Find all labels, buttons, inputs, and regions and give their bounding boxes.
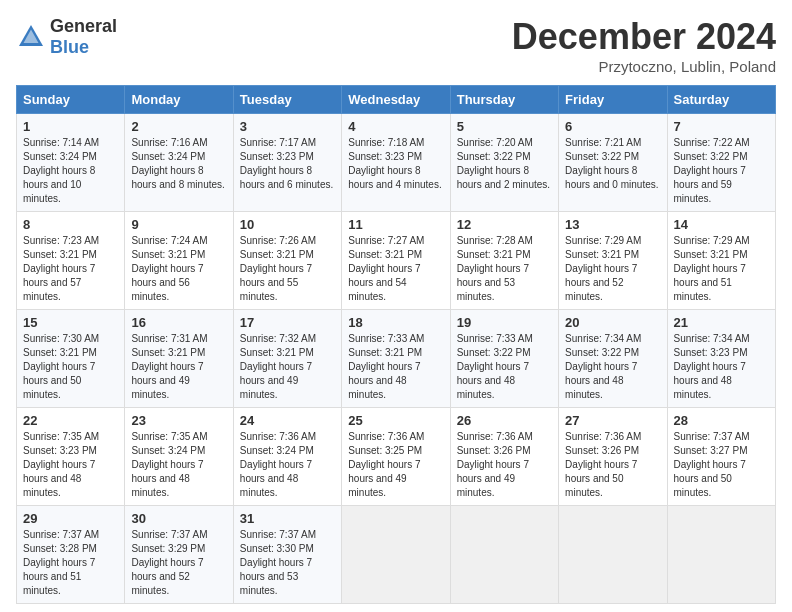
day-number: 29 <box>23 511 118 526</box>
day-info: Sunrise: 7:36 AM Sunset: 3:26 PM Dayligh… <box>457 431 533 498</box>
calendar-cell: 18 Sunrise: 7:33 AM Sunset: 3:21 PM Dayl… <box>342 310 450 408</box>
day-number: 19 <box>457 315 552 330</box>
day-number: 2 <box>131 119 226 134</box>
calendar-cell <box>667 506 775 604</box>
logo: General Blue <box>16 16 117 58</box>
day-number: 18 <box>348 315 443 330</box>
calendar-cell: 31 Sunrise: 7:37 AM Sunset: 3:30 PM Dayl… <box>233 506 341 604</box>
calendar-week-row: 22 Sunrise: 7:35 AM Sunset: 3:23 PM Dayl… <box>17 408 776 506</box>
day-number: 17 <box>240 315 335 330</box>
logo-icon <box>16 22 46 52</box>
day-number: 5 <box>457 119 552 134</box>
day-info: Sunrise: 7:34 AM Sunset: 3:23 PM Dayligh… <box>674 333 750 400</box>
calendar-cell: 25 Sunrise: 7:36 AM Sunset: 3:25 PM Dayl… <box>342 408 450 506</box>
day-info: Sunrise: 7:37 AM Sunset: 3:30 PM Dayligh… <box>240 529 316 596</box>
calendar-cell: 19 Sunrise: 7:33 AM Sunset: 3:22 PM Dayl… <box>450 310 558 408</box>
day-info: Sunrise: 7:36 AM Sunset: 3:24 PM Dayligh… <box>240 431 316 498</box>
day-info: Sunrise: 7:27 AM Sunset: 3:21 PM Dayligh… <box>348 235 424 302</box>
day-info: Sunrise: 7:17 AM Sunset: 3:23 PM Dayligh… <box>240 137 333 190</box>
day-number: 22 <box>23 413 118 428</box>
day-info: Sunrise: 7:16 AM Sunset: 3:24 PM Dayligh… <box>131 137 224 190</box>
calendar-cell: 10 Sunrise: 7:26 AM Sunset: 3:21 PM Dayl… <box>233 212 341 310</box>
day-number: 27 <box>565 413 660 428</box>
day-info: Sunrise: 7:31 AM Sunset: 3:21 PM Dayligh… <box>131 333 207 400</box>
day-number: 21 <box>674 315 769 330</box>
header-cell-wednesday: Wednesday <box>342 86 450 114</box>
day-number: 31 <box>240 511 335 526</box>
calendar-cell: 7 Sunrise: 7:22 AM Sunset: 3:22 PM Dayli… <box>667 114 775 212</box>
day-number: 14 <box>674 217 769 232</box>
day-number: 26 <box>457 413 552 428</box>
day-info: Sunrise: 7:18 AM Sunset: 3:23 PM Dayligh… <box>348 137 441 190</box>
calendar-cell: 23 Sunrise: 7:35 AM Sunset: 3:24 PM Dayl… <box>125 408 233 506</box>
calendar-cell: 30 Sunrise: 7:37 AM Sunset: 3:29 PM Dayl… <box>125 506 233 604</box>
title-area: December 2024 Przytoczno, Lublin, Poland <box>512 16 776 75</box>
calendar-cell: 11 Sunrise: 7:27 AM Sunset: 3:21 PM Dayl… <box>342 212 450 310</box>
calendar-cell: 22 Sunrise: 7:35 AM Sunset: 3:23 PM Dayl… <box>17 408 125 506</box>
day-number: 6 <box>565 119 660 134</box>
calendar-cell: 26 Sunrise: 7:36 AM Sunset: 3:26 PM Dayl… <box>450 408 558 506</box>
day-info: Sunrise: 7:34 AM Sunset: 3:22 PM Dayligh… <box>565 333 641 400</box>
day-info: Sunrise: 7:37 AM Sunset: 3:27 PM Dayligh… <box>674 431 750 498</box>
day-number: 3 <box>240 119 335 134</box>
calendar-cell: 2 Sunrise: 7:16 AM Sunset: 3:24 PM Dayli… <box>125 114 233 212</box>
calendar-cell: 4 Sunrise: 7:18 AM Sunset: 3:23 PM Dayli… <box>342 114 450 212</box>
calendar-cell: 3 Sunrise: 7:17 AM Sunset: 3:23 PM Dayli… <box>233 114 341 212</box>
calendar-cell <box>559 506 667 604</box>
day-info: Sunrise: 7:30 AM Sunset: 3:21 PM Dayligh… <box>23 333 99 400</box>
calendar-cell: 28 Sunrise: 7:37 AM Sunset: 3:27 PM Dayl… <box>667 408 775 506</box>
day-info: Sunrise: 7:36 AM Sunset: 3:25 PM Dayligh… <box>348 431 424 498</box>
day-number: 11 <box>348 217 443 232</box>
logo-blue: Blue <box>50 37 89 57</box>
header-cell-tuesday: Tuesday <box>233 86 341 114</box>
day-info: Sunrise: 7:35 AM Sunset: 3:23 PM Dayligh… <box>23 431 99 498</box>
day-number: 30 <box>131 511 226 526</box>
calendar-cell: 13 Sunrise: 7:29 AM Sunset: 3:21 PM Dayl… <box>559 212 667 310</box>
calendar-cell: 27 Sunrise: 7:36 AM Sunset: 3:26 PM Dayl… <box>559 408 667 506</box>
month-title: December 2024 <box>512 16 776 58</box>
calendar-header-row: SundayMondayTuesdayWednesdayThursdayFrid… <box>17 86 776 114</box>
calendar-body: 1 Sunrise: 7:14 AM Sunset: 3:24 PM Dayli… <box>17 114 776 604</box>
day-number: 23 <box>131 413 226 428</box>
day-info: Sunrise: 7:28 AM Sunset: 3:21 PM Dayligh… <box>457 235 533 302</box>
day-info: Sunrise: 7:35 AM Sunset: 3:24 PM Dayligh… <box>131 431 207 498</box>
day-number: 9 <box>131 217 226 232</box>
day-info: Sunrise: 7:26 AM Sunset: 3:21 PM Dayligh… <box>240 235 316 302</box>
day-info: Sunrise: 7:20 AM Sunset: 3:22 PM Dayligh… <box>457 137 550 190</box>
day-number: 10 <box>240 217 335 232</box>
calendar-cell: 12 Sunrise: 7:28 AM Sunset: 3:21 PM Dayl… <box>450 212 558 310</box>
day-number: 7 <box>674 119 769 134</box>
calendar-cell: 21 Sunrise: 7:34 AM Sunset: 3:23 PM Dayl… <box>667 310 775 408</box>
calendar-cell: 5 Sunrise: 7:20 AM Sunset: 3:22 PM Dayli… <box>450 114 558 212</box>
calendar-cell: 29 Sunrise: 7:37 AM Sunset: 3:28 PM Dayl… <box>17 506 125 604</box>
day-info: Sunrise: 7:23 AM Sunset: 3:21 PM Dayligh… <box>23 235 99 302</box>
day-info: Sunrise: 7:37 AM Sunset: 3:29 PM Dayligh… <box>131 529 207 596</box>
day-number: 15 <box>23 315 118 330</box>
day-number: 8 <box>23 217 118 232</box>
day-info: Sunrise: 7:14 AM Sunset: 3:24 PM Dayligh… <box>23 137 99 204</box>
calendar-cell: 16 Sunrise: 7:31 AM Sunset: 3:21 PM Dayl… <box>125 310 233 408</box>
day-info: Sunrise: 7:22 AM Sunset: 3:22 PM Dayligh… <box>674 137 750 204</box>
calendar-cell: 1 Sunrise: 7:14 AM Sunset: 3:24 PM Dayli… <box>17 114 125 212</box>
day-info: Sunrise: 7:36 AM Sunset: 3:26 PM Dayligh… <box>565 431 641 498</box>
calendar-cell: 15 Sunrise: 7:30 AM Sunset: 3:21 PM Dayl… <box>17 310 125 408</box>
day-info: Sunrise: 7:33 AM Sunset: 3:22 PM Dayligh… <box>457 333 533 400</box>
calendar-cell: 9 Sunrise: 7:24 AM Sunset: 3:21 PM Dayli… <box>125 212 233 310</box>
day-number: 12 <box>457 217 552 232</box>
calendar-table: SundayMondayTuesdayWednesdayThursdayFrid… <box>16 85 776 604</box>
calendar-cell <box>450 506 558 604</box>
day-number: 28 <box>674 413 769 428</box>
day-info: Sunrise: 7:33 AM Sunset: 3:21 PM Dayligh… <box>348 333 424 400</box>
day-info: Sunrise: 7:21 AM Sunset: 3:22 PM Dayligh… <box>565 137 658 190</box>
day-number: 20 <box>565 315 660 330</box>
calendar-cell: 6 Sunrise: 7:21 AM Sunset: 3:22 PM Dayli… <box>559 114 667 212</box>
header: General Blue December 2024 Przytoczno, L… <box>16 16 776 75</box>
day-number: 16 <box>131 315 226 330</box>
day-number: 24 <box>240 413 335 428</box>
header-cell-sunday: Sunday <box>17 86 125 114</box>
header-cell-saturday: Saturday <box>667 86 775 114</box>
day-number: 4 <box>348 119 443 134</box>
calendar-week-row: 29 Sunrise: 7:37 AM Sunset: 3:28 PM Dayl… <box>17 506 776 604</box>
day-number: 25 <box>348 413 443 428</box>
calendar-cell <box>342 506 450 604</box>
